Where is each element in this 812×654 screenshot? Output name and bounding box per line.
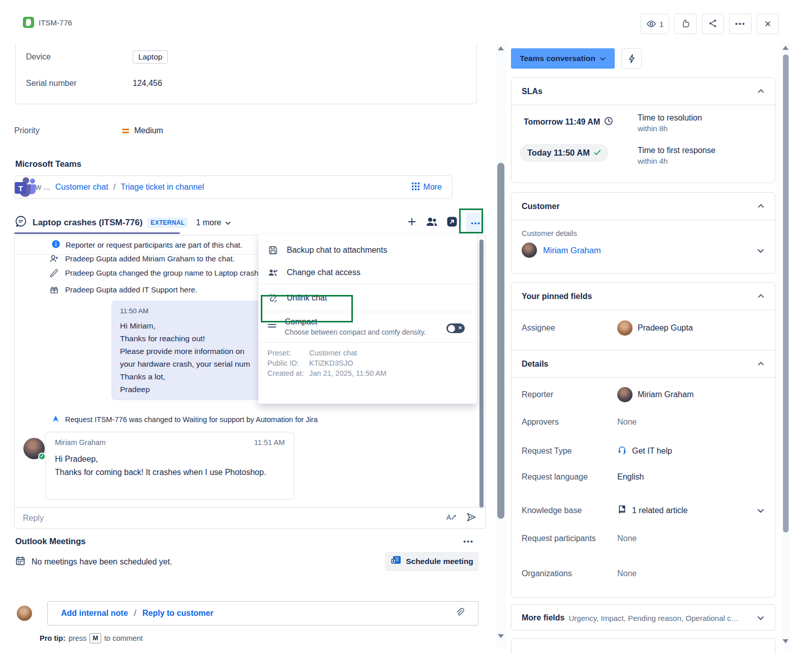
person-add-icon [49, 255, 59, 263]
outlook-section-header: Outlook Meetings ••• [15, 537, 474, 546]
chevron-down-icon[interactable] [757, 614, 765, 622]
chevron-down-icon[interactable] [757, 247, 765, 255]
close-button[interactable]: ✕ [757, 14, 779, 34]
sla-name-resolution: Time to resolution within 8h [638, 113, 702, 133]
customer-avatar[interactable]: ✓ [23, 438, 45, 459]
scroll-up-icon[interactable] [783, 46, 789, 50]
approvers-value[interactable]: None [617, 418, 637, 427]
teams-section-title: Microsoft Teams [15, 159, 81, 169]
more-tabs-dropdown[interactable]: 1 more [196, 218, 231, 227]
request-type-label: Request Type [522, 447, 617, 456]
slas-header[interactable]: SLAs [512, 78, 775, 105]
knowledge-base-row: Knowledge base 1 related article [522, 504, 765, 516]
main-scrollbar-thumb[interactable] [497, 163, 504, 519]
teams-conversation-button[interactable]: Teams conversation [511, 48, 615, 69]
format-text-icon[interactable]: A [445, 512, 457, 524]
customer-details-row[interactable]: Miriam Graham [522, 243, 601, 258]
add-internal-note-link[interactable]: Add internal note [61, 609, 128, 618]
serial-value[interactable]: 124,456 [133, 79, 162, 88]
chevron-up-icon[interactable] [757, 87, 765, 95]
details-header[interactable]: Details [512, 350, 775, 378]
check-icon [594, 148, 601, 158]
assignee-value[interactable]: Pradeep Gupta [617, 320, 693, 336]
chevron-up-icon[interactable] [757, 360, 765, 368]
chat-scrollbar-thumb[interactable] [479, 240, 484, 508]
system-message-text: Pradeep Gupta changed the group name to … [65, 269, 258, 277]
reporter-label: Reporter [522, 390, 617, 399]
scroll-down-icon[interactable] [498, 634, 504, 638]
svg-text:T: T [18, 184, 23, 193]
knowledge-base-value[interactable]: 1 related article [617, 504, 687, 516]
more-fields-title: More fields [522, 613, 564, 622]
chevron-up-icon[interactable] [757, 292, 765, 300]
watch-count: 1 [659, 20, 664, 28]
main-scrollbar[interactable] [496, 43, 506, 648]
request-type-value[interactable]: Get IT help [617, 445, 672, 457]
compact-toggle[interactable]: ✕ [446, 323, 465, 333]
reply-input[interactable]: Reply [23, 514, 44, 523]
teams-more-button[interactable]: More [412, 183, 442, 192]
like-button[interactable] [674, 14, 697, 34]
send-icon[interactable] [466, 512, 477, 525]
device-value[interactable]: Laptop [133, 50, 168, 64]
add-tab-icon[interactable] [406, 216, 417, 229]
assignee-name: Pradeep Gupta [638, 323, 693, 333]
automation-shortcut-button[interactable] [621, 48, 642, 69]
outlook-calendar-icon [390, 555, 402, 568]
scroll-down-icon[interactable] [783, 639, 789, 643]
customer-header[interactable]: Customer [512, 193, 775, 220]
outlook-title: Outlook Meetings [15, 537, 85, 546]
ellipsis-icon: ••• [735, 20, 746, 28]
pinned-fields-header[interactable]: Your pinned fields [512, 283, 775, 310]
issue-key[interactable]: ITSM-776 [39, 18, 72, 27]
pencil-icon [49, 269, 59, 278]
request-participants-row: Request participants None [522, 534, 765, 543]
chevron-down-icon[interactable] [757, 507, 765, 515]
customer-name-link[interactable]: Miriam Graham [543, 246, 601, 255]
preset-label: Preset: [267, 348, 309, 358]
request-language-value[interactable]: English [617, 472, 644, 482]
comment-box[interactable]: Add internal note / Reply to customer [47, 601, 478, 626]
issue-view: ITSM-776 1 ••• ✕ Dev [0, 0, 812, 654]
reply-to-customer-link[interactable]: Reply to customer [142, 609, 214, 618]
sla-name-first-response: Time to first response within 4h [638, 146, 715, 165]
more-fields-card[interactable]: More fields Urgency, Impact, Pending rea… [511, 604, 775, 631]
open-in-teams-icon[interactable] [446, 216, 458, 230]
request-participants-value[interactable]: None [617, 534, 637, 543]
menu-item-backup-chat[interactable]: Backup chat to attachments [258, 239, 477, 261]
assignee-avatar [617, 320, 633, 336]
system-message-text: Pradeep Gupta added Miriam Graham to the… [65, 255, 235, 263]
save-icon [267, 245, 279, 255]
chat-tab-title[interactable]: Laptop crashes (ITSM-776) [33, 218, 142, 228]
keyboard-key-m: M [89, 633, 101, 643]
pinned-fields-card: Your pinned fields Assignee Pradeep Gupt… [511, 282, 775, 353]
outlook-more-icon[interactable]: ••• [463, 538, 474, 546]
priority-value[interactable]: Medium [134, 126, 163, 135]
chat-more-menu-button[interactable]: ••• [466, 213, 486, 232]
menu-item-change-access[interactable]: Change chat access [258, 261, 477, 284]
panel-scrollbar-thumb[interactable] [783, 54, 789, 532]
compact-title: Compact [285, 317, 426, 326]
triage-ticket-link[interactable]: Triage ticket in channel [121, 183, 204, 192]
customer-chat-link[interactable]: Customer chat [55, 183, 108, 192]
more-actions-button[interactable]: ••• [729, 14, 751, 34]
chevron-up-icon[interactable] [757, 202, 765, 210]
attach-icon[interactable] [455, 607, 465, 619]
participants-icon[interactable] [426, 216, 438, 229]
message-time: 11:51 AM [254, 438, 285, 447]
comment-separator: / [134, 609, 136, 618]
panel-scrollbar[interactable] [782, 43, 790, 650]
watch-button[interactable]: 1 [641, 14, 669, 34]
organizations-value[interactable]: None [617, 569, 637, 578]
current-user-avatar[interactable] [17, 606, 32, 621]
serial-label: Serial number [26, 79, 133, 88]
svg-text:A: A [446, 513, 452, 521]
share-button[interactable] [702, 14, 724, 34]
menu-item-unlink-chat[interactable]: Unlink chat [258, 284, 477, 312]
automation-text: Request ITSM-776 was changed to Waiting … [65, 415, 318, 424]
reporter-value[interactable]: Miriam Graham [617, 387, 694, 402]
schedule-meeting-button[interactable]: Schedule meeting [385, 552, 479, 571]
priority-label: Priority [14, 126, 122, 135]
menu-item-compact[interactable]: Compact Choose between compact and comfy… [258, 312, 477, 342]
scroll-up-icon[interactable] [498, 46, 504, 50]
